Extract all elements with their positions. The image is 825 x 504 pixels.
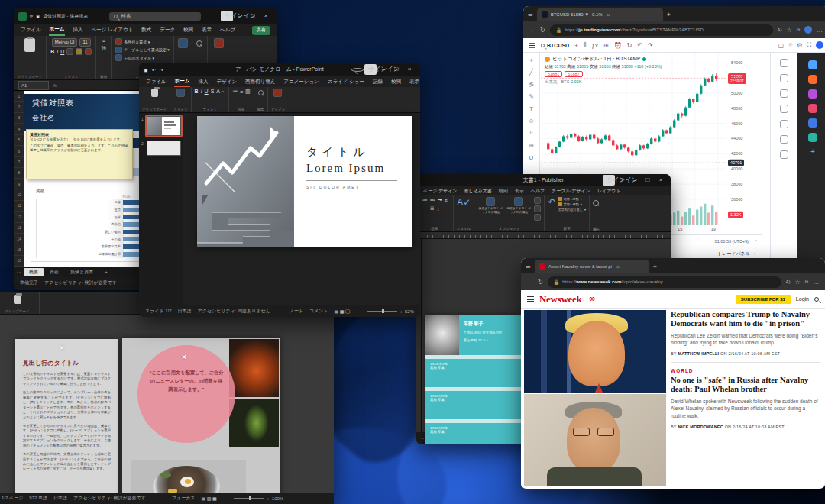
row-header-5[interactable]: 5 xyxy=(14,135,24,146)
share-button[interactable]: 共有 xyxy=(252,26,270,35)
slide-thumbnail-2[interactable]: 2 xyxy=(147,141,181,156)
login-link[interactable]: Login xyxy=(796,296,809,302)
trump-article-photo[interactable] xyxy=(524,310,666,393)
ribbon-tab-5[interactable]: アニメーション xyxy=(283,77,319,87)
maximize-button[interactable]: □ xyxy=(390,65,403,74)
price-axis[interactable]: 51880 22:59:07 40791 1.32K 5400052000500… xyxy=(726,53,762,225)
symbol-search-button[interactable]: BTCUSD xyxy=(541,43,569,48)
powerpoint-ribbon-tabs[interactable]: ファイルホーム挿入デザイン画面切り替えアニメーションスライド ショー記録校閲表示… xyxy=(139,76,420,87)
format-as-table-button[interactable]: テーブルとして書式設定 ▾ xyxy=(124,47,170,52)
new-slide-icon[interactable] xyxy=(176,89,185,97)
signin-button[interactable]: サインイン xyxy=(364,64,377,75)
search-icon[interactable] xyxy=(814,297,819,302)
favorite-star-icon[interactable]: ☆ xyxy=(787,27,792,34)
row-header-12[interactable]: 12 xyxy=(14,212,24,222)
edge-sidebar-app-icon-5[interactable] xyxy=(808,133,817,142)
name-box[interactable]: A1 xyxy=(18,81,49,90)
tab-close-icon[interactable]: × xyxy=(607,12,610,18)
calendar-icon[interactable] xyxy=(780,105,788,113)
insert-shape-icon[interactable] xyxy=(534,205,541,212)
align-icon[interactable]: ≡ xyxy=(240,89,243,95)
row-header-7[interactable]: 7 xyxy=(14,157,24,167)
ribbon-tab-6[interactable]: 校閲 xyxy=(183,25,194,35)
find-select-icon[interactable] xyxy=(196,40,202,47)
article-byline[interactable]: BY NICK MORDOWANEC ON 2/16/24 AT 10:03 A… xyxy=(671,425,820,429)
word-window[interactable]: クリップボード B I U ab x₂ A˄ A˅ フォント × xyxy=(0,292,334,504)
ribbon-tab-8[interactable]: 校閲 xyxy=(390,77,402,87)
clipboard-group[interactable]: クリップボード xyxy=(14,36,47,79)
minimize-button[interactable]: – xyxy=(629,176,641,185)
focus-mode[interactable]: フォーカス xyxy=(172,495,196,502)
document-page-2[interactable]: × “ここに引用文を配置して、ご自分のニュースレターのこの問題を強調表示します。… xyxy=(122,338,280,493)
sheet-tab-overview[interactable]: 概要 xyxy=(24,268,44,276)
draw-vertical-textbox-button[interactable]: 縦書きテキスト ボックスの描画 xyxy=(506,197,532,221)
ribbon-tab-6[interactable]: レイアウト xyxy=(597,186,622,196)
zoom-in-icon[interactable]: ⊕ xyxy=(529,143,534,149)
editing-group[interactable]: 編集 xyxy=(590,195,603,231)
cell-styles-button[interactable]: セルのスタイル ▾ xyxy=(124,56,154,60)
ribbon-tab-1[interactable]: ホーム xyxy=(174,76,191,88)
numbering-icon[interactable]: ≕ xyxy=(430,197,435,203)
bid-price[interactable]: 51881 xyxy=(545,71,562,77)
session-clock[interactable]: 01:00:53 (UTC+9) xyxy=(715,239,749,244)
refresh-button[interactable]: ↻ xyxy=(540,27,545,34)
styles-icon[interactable]: A✓ xyxy=(457,197,471,208)
word-count[interactable]: 972 単語 xyxy=(29,495,47,502)
url-field[interactable]: 🔒 https://jp.tradingview.com/chart/?symb… xyxy=(550,24,773,36)
browser-action-icons[interactable]: A) ☆ ⧉ … xyxy=(778,26,823,34)
snapshot-icon[interactable]: ⌾ xyxy=(788,41,792,49)
comment-note[interactable]: 貸借対照表 セル C2 に今年度を入力し、セル D2 に前年度を入力します。 こ… xyxy=(26,129,133,179)
powerpoint-window[interactable]: ▣ ↶ ↷ アーバン モノクローム - PowerPoint サインイン – □… xyxy=(139,63,420,317)
ribbon-tab-0[interactable]: ページ デザイン xyxy=(422,186,458,196)
menu-icon[interactable] xyxy=(529,43,535,48)
tab-close-icon[interactable]: × xyxy=(616,264,620,270)
accessibility-status[interactable]: アクセシビリティ: 検討が必要です xyxy=(73,495,146,502)
profile-avatar[interactable] xyxy=(804,26,812,34)
maximize-button[interactable]: □ xyxy=(247,11,259,21)
slide-canvas[interactable]: タイトル Lorem Ipsum SIT DOLOR AMET xyxy=(183,113,420,305)
slide-caption[interactable]: SIT DOLOR AMET xyxy=(306,185,405,189)
undo-icon[interactable]: ↶ xyxy=(637,42,642,49)
minimize-button[interactable]: – xyxy=(377,65,390,74)
borders-button[interactable] xyxy=(66,48,73,55)
fill-color-button[interactable] xyxy=(76,48,82,55)
watchlist-icon[interactable] xyxy=(780,59,788,67)
read-aloud-icon[interactable]: A) xyxy=(786,279,791,284)
edge-sidebar-app-icon-4[interactable] xyxy=(808,118,817,128)
text-wrap-icon[interactable]: ↶ xyxy=(548,197,555,207)
ribbon-tab-0[interactable]: ファイル xyxy=(20,25,42,35)
new-tab-button[interactable]: + xyxy=(667,11,671,18)
ribbon-tab-7[interactable]: 表示 xyxy=(201,25,212,35)
help-icon[interactable] xyxy=(780,150,788,159)
signin-button[interactable]: サインイン xyxy=(603,175,615,186)
extensions-icon[interactable]: ⧉ xyxy=(805,279,808,285)
align-center-icon[interactable]: ≣ xyxy=(430,205,435,212)
back-button[interactable]: ← xyxy=(529,27,535,34)
row-header-15[interactable]: 15 xyxy=(14,244,24,255)
redo-icon[interactable]: ↷ xyxy=(160,67,163,73)
clipboard-group[interactable]: クリップボード xyxy=(0,292,40,314)
save-icon[interactable]: ▣ xyxy=(144,67,148,73)
arrange-group[interactable]: ↶ 前面へ移動 ▾ 背面へ移動 ▾ 文字列の折り返し ▾ 配置 xyxy=(545,195,590,231)
addins-group[interactable]: アドイン xyxy=(268,87,288,112)
newsweek-browser-window[interactable]: ▭ Alexei Navalny news & latest pi × + ← … xyxy=(521,258,825,489)
new-tab-button[interactable]: + xyxy=(653,263,657,270)
zoom-control[interactable]: −+ 52% xyxy=(362,309,414,314)
fib-icon[interactable]: ≶ xyxy=(529,82,534,88)
zoom-control[interactable]: −+ 100% xyxy=(229,496,283,501)
slide-subtitle[interactable]: Lorem Ipsum xyxy=(306,162,405,175)
close-button[interactable]: × xyxy=(403,65,416,74)
alignment-group[interactable]: ≡ % 数値 xyxy=(96,36,112,79)
tradingview-right-toolbar[interactable] xyxy=(770,53,797,266)
candles-style-icon[interactable]: ⫼ xyxy=(584,41,587,49)
chat-icon[interactable] xyxy=(780,135,788,144)
page-indicator[interactable]: 1/2 ページ xyxy=(2,495,23,502)
tradingview-publish-button[interactable] xyxy=(816,41,823,49)
help-button[interactable]: ? xyxy=(616,176,628,185)
article-byline[interactable]: BY MATTHEW IMPELLI ON 2/16/24 AT 10:06 A… xyxy=(671,351,820,356)
sheet-tab-assets[interactable]: 資産 xyxy=(44,268,64,276)
menu-icon[interactable] xyxy=(527,296,534,302)
collapse-icon[interactable]: ⌃ xyxy=(755,239,758,244)
horizontal-ruler[interactable] xyxy=(416,232,671,239)
current-slide[interactable]: タイトル Lorem Ipsum SIT DOLOR AMET xyxy=(197,116,412,247)
